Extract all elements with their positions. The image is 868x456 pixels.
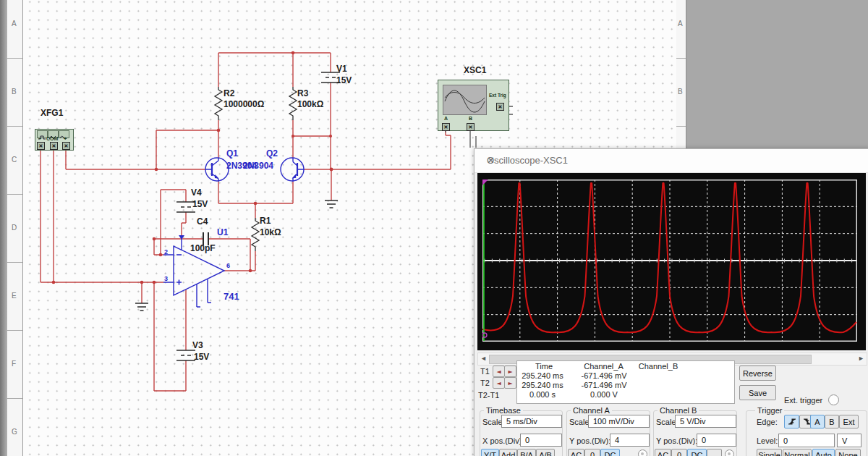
- multisim-workspace: A B C D E F G A B C D E F G: [0, 0, 868, 456]
- t2-right-button[interactable]: ►: [504, 377, 516, 389]
- trigger-edge-label: Edge:: [757, 418, 778, 426]
- channel-b-scale-input[interactable]: 5 V/Div: [675, 415, 736, 428]
- scope-graticule-and-trace: [482, 180, 857, 342]
- xsc1-ref[interactable]: XSC1: [464, 65, 486, 75]
- t1-right-button[interactable]: ►: [504, 366, 516, 377]
- ext-trigger-radio[interactable]: [828, 394, 839, 405]
- r2-ref[interactable]: R2: [224, 88, 234, 98]
- channel-b-minus-button[interactable]: -: [707, 449, 722, 456]
- channel-a-ypos-input[interactable]: 4: [610, 434, 650, 447]
- t2-time: 295.240 ms: [517, 381, 568, 389]
- r1-ref[interactable]: R1: [260, 216, 271, 226]
- t2-label: T2: [480, 379, 490, 387]
- timebase-xpos-label: X pos.(Div):: [482, 436, 524, 445]
- normal-button[interactable]: Normal: [783, 449, 812, 456]
- xsc1-mini-screen: [443, 85, 487, 115]
- xsc1-a-label: A: [444, 116, 448, 121]
- channel-a-ac-button[interactable]: AC: [568, 449, 584, 456]
- mini-sine-traces: [443, 85, 486, 114]
- channel-b-ac-button[interactable]: AC: [655, 449, 671, 456]
- trigger-ext-button[interactable]: Ext: [839, 415, 859, 428]
- xsc1-b-terminal[interactable]: ✕: [467, 123, 475, 131]
- channel-a-dc-button[interactable]: DC: [600, 449, 620, 456]
- r1-value[interactable]: 10kΩ: [260, 227, 281, 237]
- v1-value[interactable]: 15V: [336, 75, 352, 85]
- xfg1-plus-label: +: [64, 136, 67, 141]
- t1-channel-a: -671.496 mV: [579, 371, 629, 380]
- channel-b-radio[interactable]: [725, 449, 734, 456]
- xfg1-com-terminal[interactable]: ✕: [50, 142, 58, 150]
- q1-ref[interactable]: Q1: [226, 148, 238, 159]
- xfg1-com-label: COM: [46, 136, 58, 141]
- xfg1-plus-terminal[interactable]: ✕: [62, 142, 70, 150]
- channel-b-zero-button[interactable]: 0: [671, 449, 687, 456]
- trigger-a-button[interactable]: A: [810, 415, 825, 428]
- close-icon[interactable]: ✕: [487, 155, 857, 166]
- channel-b-dc-button[interactable]: DC: [687, 449, 707, 456]
- channel-a-zero-button[interactable]: 0: [584, 449, 600, 456]
- single-button[interactable]: Single: [757, 449, 782, 456]
- ba-button[interactable]: B/A: [517, 449, 536, 456]
- col-channel-b: Channel_B: [629, 362, 687, 371]
- t2-channel-a: -671.496 mV: [579, 381, 629, 389]
- c4-value[interactable]: 100pF: [190, 243, 216, 253]
- trigger-level-unit[interactable]: V: [837, 434, 861, 447]
- channel-b-ypos-label: Y pos.(Div):: [656, 436, 697, 445]
- rising-edge-button[interactable]: [784, 415, 799, 428]
- xsc1-exttrig-label: Ext Trig: [489, 93, 506, 98]
- t1-label: T1: [480, 367, 490, 376]
- t1-left-button[interactable]: ◄: [493, 366, 505, 377]
- xsc1-exttrig-terminal[interactable]: ✕: [496, 103, 504, 111]
- c4-ref[interactable]: C4: [197, 216, 208, 227]
- trigger-level-input[interactable]: 0: [778, 434, 835, 447]
- dt-channel-a: 0.000 V: [579, 390, 629, 399]
- r3-value[interactable]: 100kΩ: [297, 99, 323, 109]
- add-button[interactable]: Add: [499, 449, 517, 456]
- auto-button[interactable]: Auto: [812, 449, 835, 456]
- channel-b-ypos-input[interactable]: 0: [697, 434, 736, 447]
- scroll-right-icon[interactable]: ►: [856, 354, 866, 363]
- t1-time: 295.240 ms: [517, 371, 568, 380]
- q2-value[interactable]: 2N3904: [243, 161, 273, 171]
- r2-value[interactable]: 1000000Ω: [224, 99, 264, 109]
- channel-a-ypos-label: Y pos.(Div):: [569, 436, 610, 445]
- active-symbols: [163, 158, 305, 307]
- oscilloscope-window[interactable]: Oscilloscope-XSC1 ✕ ◄ ► T1 ◄ ► T2 ◄ ► T2…: [474, 148, 868, 456]
- xfg1-minus-terminal[interactable]: ✕: [37, 142, 45, 150]
- trigger-level-label: Level:: [757, 436, 778, 445]
- t2-left-button[interactable]: ◄: [493, 377, 505, 389]
- v3-value[interactable]: 15V: [194, 352, 209, 362]
- readout-table: Time Channel_A Channel_B 295.240 ms -671…: [516, 360, 735, 404]
- timebase-label: Timebase: [484, 406, 523, 415]
- trigger-label: Trigger: [755, 406, 784, 415]
- channel-b-label: Channel B: [658, 406, 699, 415]
- timebase-xpos-input[interactable]: 0: [520, 434, 562, 447]
- scope-display: [477, 173, 866, 350]
- oscilloscope-titlebar[interactable]: Oscilloscope-XSC1 ✕: [475, 149, 868, 173]
- timebase-scale-input[interactable]: 5 ms/Div: [501, 415, 562, 428]
- channel-a-label: Channel A: [571, 406, 612, 415]
- u1-value[interactable]: 741: [224, 291, 239, 302]
- channel-a-scale-input[interactable]: 100 mV/Div: [588, 415, 650, 428]
- q2-ref[interactable]: Q2: [266, 148, 278, 159]
- v3-ref[interactable]: V3: [192, 340, 203, 350]
- rising-edge-icon: [787, 417, 797, 426]
- scroll-left-icon[interactable]: ◄: [479, 354, 488, 363]
- xfg1-ref[interactable]: XFG1: [41, 108, 63, 118]
- col-channel-a: Channel_A: [576, 362, 631, 371]
- t2t1-label: T2-T1: [478, 391, 499, 400]
- yt-button[interactable]: Y/T: [481, 449, 499, 456]
- v1-ref[interactable]: V1: [336, 64, 347, 74]
- dt-time: 0.000 s: [517, 390, 568, 399]
- u1-ref[interactable]: U1: [217, 227, 228, 237]
- xsc1-a-terminal[interactable]: ✕: [442, 123, 450, 131]
- ab-button[interactable]: A/B: [536, 449, 555, 456]
- reverse-button[interactable]: Reverse: [739, 366, 776, 381]
- none-button[interactable]: None: [835, 449, 861, 456]
- channel-a-radio[interactable]: [638, 449, 647, 456]
- v4-value[interactable]: 15V: [192, 199, 208, 209]
- v4-ref[interactable]: V4: [191, 187, 202, 198]
- r3-ref[interactable]: R3: [297, 88, 308, 98]
- save-button[interactable]: Save: [739, 385, 776, 400]
- trigger-b-button[interactable]: B: [825, 415, 839, 428]
